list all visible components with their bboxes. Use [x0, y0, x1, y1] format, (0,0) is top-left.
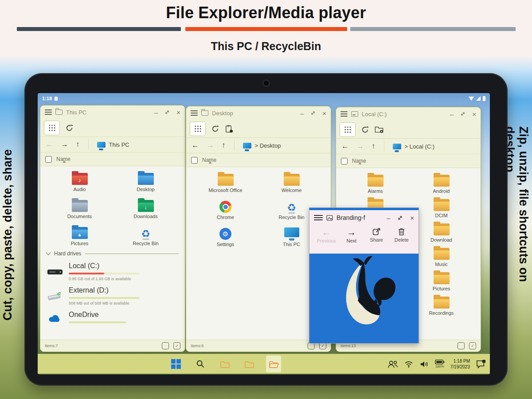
- up-button[interactable]: ↑: [372, 142, 376, 151]
- wifi-tray-icon[interactable]: [404, 360, 414, 368]
- usage-bar: [69, 321, 126, 323]
- file-item-welcome[interactable]: Welcome: [258, 172, 325, 193]
- minimize-button[interactable]: –: [450, 111, 454, 117]
- menu-icon[interactable]: [340, 113, 348, 114]
- file-item-microsoft-office[interactable]: Microsoft Office: [192, 172, 258, 193]
- file-item-label: DCIM: [435, 213, 447, 218]
- select-toggle-button[interactable]: ✓: [469, 342, 476, 349]
- breadcrumb[interactable]: This PC: [97, 141, 129, 148]
- external-drive-icon: [47, 291, 63, 301]
- maximize-button[interactable]: [310, 110, 316, 116]
- maximize-button[interactable]: [164, 110, 170, 115]
- select-all-checkbox[interactable]: [45, 156, 52, 163]
- column-header: Name: [186, 153, 331, 167]
- forward-button[interactable]: →: [356, 142, 364, 151]
- drive-external-d[interactable]: External (D:) 508 MB out of 508 MB is av…: [47, 286, 179, 305]
- window-titlebar[interactable]: This PC – ×: [40, 106, 185, 119]
- taskbar-folder-1[interactable]: [217, 356, 232, 372]
- image-preview[interactable]: [309, 254, 419, 343]
- file-item-android[interactable]: Android: [408, 173, 474, 194]
- file-item-downloads[interactable]: ↓ Downloads: [113, 199, 179, 219]
- select-toggle-button[interactable]: ✓: [173, 342, 180, 349]
- taskbar-folder-active[interactable]: [266, 356, 281, 372]
- menu-icon[interactable]: [191, 113, 198, 113]
- drive-local-c[interactable]: Local (C:) 0.95 GB out of 1.93 GB is ava…: [47, 262, 179, 281]
- refresh-button[interactable]: [65, 124, 74, 132]
- close-button[interactable]: ×: [322, 110, 326, 117]
- paste-icon[interactable]: [225, 125, 233, 133]
- refresh-button[interactable]: [361, 125, 369, 134]
- back-button[interactable]: ←: [192, 141, 199, 150]
- breadcrumb[interactable]: > Local (C:): [393, 143, 435, 150]
- file-item-label: Recordings: [429, 310, 454, 316]
- volume-icon[interactable]: [419, 360, 429, 368]
- minimize-button[interactable]: –: [387, 215, 390, 221]
- new-folder-icon[interactable]: [375, 125, 383, 133]
- battery-status[interactable]: 100%: [435, 360, 445, 368]
- button-label: Previous: [317, 238, 336, 243]
- share-button[interactable]: Share: [364, 227, 389, 243]
- file-item-label: Desktop: [137, 187, 154, 192]
- page-title: File Explorer/Media player: [0, 4, 532, 22]
- menu-icon[interactable]: [45, 112, 52, 113]
- start-button[interactable]: [168, 356, 184, 372]
- section-label: Hard drives: [54, 250, 81, 257]
- minimize-button[interactable]: –: [300, 110, 304, 117]
- file-item-documents[interactable]: Documents: [47, 199, 113, 219]
- maximize-button[interactable]: [460, 111, 466, 117]
- window-titlebar[interactable]: Desktop – ×: [186, 106, 331, 120]
- select-all-checkbox[interactable]: [191, 157, 198, 164]
- forward-button[interactable]: →: [61, 140, 68, 149]
- select-all-checkbox[interactable]: [341, 158, 348, 164]
- file-item-chrome[interactable]: Chrome: [192, 200, 258, 220]
- chat-icon[interactable]: [476, 359, 486, 369]
- grid-view-button[interactable]: [190, 121, 206, 136]
- grid-view-button[interactable]: [340, 122, 356, 137]
- minimize-button[interactable]: –: [154, 109, 158, 116]
- media-titlebar[interactable]: Branding-f – ×: [309, 210, 419, 225]
- hard-drives-section-header[interactable]: Hard drives: [47, 250, 179, 257]
- file-item-label: Documents: [67, 214, 92, 219]
- file-item-alarms[interactable]: Alarms: [342, 173, 408, 194]
- maximize-button[interactable]: [397, 215, 403, 221]
- search-icon: [196, 360, 205, 368]
- selection-mode-button[interactable]: [458, 342, 465, 349]
- grid-view-button[interactable]: [44, 121, 60, 135]
- file-item-settings[interactable]: ⚙ Settings: [192, 227, 258, 247]
- close-button[interactable]: ×: [472, 111, 476, 117]
- up-button[interactable]: ↑: [76, 140, 80, 149]
- file-item-desktop[interactable]: Desktop: [113, 172, 179, 192]
- folder-icon: [220, 360, 230, 368]
- taskbar-folder-2[interactable]: [242, 356, 257, 372]
- back-button[interactable]: ←: [46, 140, 53, 149]
- file-item-audio[interactable]: ♪ Audio: [47, 172, 113, 192]
- drive-onedrive[interactable]: OneDrive: [47, 311, 179, 325]
- arrow-right-icon: →: [347, 227, 356, 237]
- file-item-recycle-bin[interactable]: ♻ Recycle Bin: [113, 226, 179, 246]
- back-button[interactable]: ←: [341, 142, 349, 151]
- forward-button[interactable]: →: [207, 141, 214, 150]
- previous-button[interactable]: ← Previous: [314, 227, 339, 243]
- documents-folder-icon: [72, 200, 88, 212]
- window-titlebar[interactable]: Local (C:) – ×: [336, 107, 481, 121]
- close-button[interactable]: ×: [410, 215, 414, 221]
- battery-tray-icon: [435, 360, 445, 364]
- android-clock: 1:18: [42, 96, 52, 101]
- yellow-folder-icon: [218, 174, 234, 186]
- breadcrumb[interactable]: > Desktop: [243, 142, 281, 149]
- desktop-folder-icon: [138, 173, 154, 185]
- close-button[interactable]: ×: [176, 109, 180, 116]
- divider-bar-left: [17, 27, 181, 31]
- search-button[interactable]: [193, 356, 208, 372]
- file-item-pictures[interactable]: ▴ Pictures: [47, 226, 113, 246]
- pictures-folder-icon: ▴: [72, 227, 88, 239]
- menu-icon[interactable]: [314, 217, 323, 218]
- next-button[interactable]: → Next: [339, 227, 364, 243]
- up-button[interactable]: ↑: [222, 141, 226, 150]
- delete-button[interactable]: Delete: [389, 227, 415, 243]
- refresh-button[interactable]: [211, 125, 219, 133]
- taskbar-clock[interactable]: 1:18 PM 7/19/2023: [450, 358, 470, 370]
- wifi-icon: [469, 97, 474, 101]
- people-icon[interactable]: [387, 360, 398, 368]
- selection-mode-button[interactable]: [162, 342, 169, 349]
